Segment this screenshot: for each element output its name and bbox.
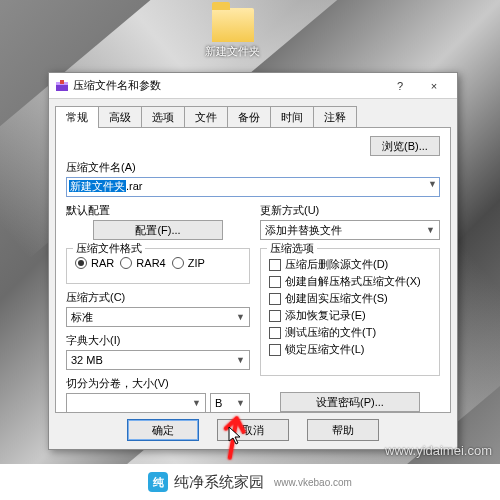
dict-combo[interactable]: 32 MB▼ [66, 350, 250, 370]
radio-rar4[interactable]: RAR4 [120, 257, 165, 269]
page-footer: 纯 纯净系统家园 www.vkebao.com [0, 464, 500, 500]
chevron-down-icon: ▼ [192, 398, 201, 408]
options-group: 压缩选项 压缩后删除源文件(D) 创建自解压格式压缩文件(X) 创建固实压缩文件… [260, 248, 440, 376]
help-button[interactable]: 帮助 [307, 419, 379, 441]
tab-backup[interactable]: 备份 [227, 106, 271, 128]
checkbox-icon [269, 276, 281, 288]
footer-url: www.vkebao.com [274, 477, 352, 488]
chevron-down-icon[interactable]: ▼ [428, 179, 437, 189]
chevron-down-icon: ▼ [426, 225, 435, 235]
radio-zip[interactable]: ZIP [172, 257, 205, 269]
radio-icon [172, 257, 184, 269]
options-group-title: 压缩选项 [267, 241, 317, 256]
cancel-button[interactable]: 取消 [217, 419, 289, 441]
footer-brand: 纯净系统家园 [174, 473, 264, 492]
tab-strip: 常规 高级 选项 文件 备份 时间 注释 [49, 99, 457, 127]
desktop-folder[interactable]: 新建文件夹 [205, 8, 260, 59]
password-button[interactable]: 设置密码(P)... [280, 392, 420, 412]
tab-files[interactable]: 文件 [184, 106, 228, 128]
tab-advanced[interactable]: 高级 [98, 106, 142, 128]
default-config-label: 默认配置 [66, 203, 250, 218]
checkbox-icon [269, 327, 281, 339]
watermark: www.yidaimei.com [385, 443, 492, 458]
dialog-title: 压缩文件名和参数 [73, 78, 383, 93]
checkbox-icon [269, 344, 281, 356]
filename-label: 压缩文件名(A) [66, 160, 440, 175]
filename-selected-text: 新建文件夹 [69, 180, 126, 192]
dict-label: 字典大小(I) [66, 333, 250, 348]
check-test[interactable]: 测试压缩的文件(T) [269, 325, 431, 340]
check-sfx[interactable]: 创建自解压格式压缩文件(X) [269, 274, 431, 289]
update-combo[interactable]: 添加并替换文件▼ [260, 220, 440, 240]
method-combo[interactable]: 标准▼ [66, 307, 250, 327]
checkbox-icon [269, 259, 281, 271]
tab-time[interactable]: 时间 [270, 106, 314, 128]
tab-comment[interactable]: 注释 [313, 106, 357, 128]
method-label: 压缩方式(C) [66, 290, 250, 305]
browse-button[interactable]: 浏览(B)... [370, 136, 440, 156]
tab-general[interactable]: 常规 [55, 106, 99, 128]
checkbox-icon [269, 310, 281, 322]
split-unit-combo[interactable]: B▼ [210, 393, 250, 413]
close-button[interactable]: × [417, 76, 451, 96]
checkbox-icon [269, 293, 281, 305]
chevron-down-icon: ▼ [236, 355, 245, 365]
folder-icon [212, 8, 254, 42]
radio-icon [120, 257, 132, 269]
format-group-title: 压缩文件格式 [73, 241, 145, 256]
archive-dialog: 压缩文件名和参数 ? × 常规 高级 选项 文件 备份 时间 注释 浏览(B).… [48, 72, 458, 450]
check-solid[interactable]: 创建固实压缩文件(S) [269, 291, 431, 306]
split-size-combo[interactable]: ▼ [66, 393, 206, 413]
filename-ext: .rar [126, 180, 143, 192]
svg-rect-2 [60, 80, 64, 84]
split-label: 切分为分卷，大小(V) [66, 376, 250, 391]
dialog-buttons: 确定 取消 帮助 [49, 419, 457, 441]
chevron-down-icon: ▼ [236, 312, 245, 322]
winrar-icon [55, 79, 69, 93]
radio-rar[interactable]: RAR [75, 257, 114, 269]
footer-logo-icon: 纯 [148, 472, 168, 492]
format-group: 压缩文件格式 RAR RAR4 ZIP [66, 248, 250, 284]
filename-input[interactable]: 新建文件夹.rar ▼ [66, 177, 440, 197]
config-button[interactable]: 配置(F)... [93, 220, 223, 240]
ok-button[interactable]: 确定 [127, 419, 199, 441]
folder-label: 新建文件夹 [205, 44, 260, 59]
update-label: 更新方式(U) [260, 203, 440, 218]
check-lock[interactable]: 锁定压缩文件(L) [269, 342, 431, 357]
chevron-down-icon: ▼ [236, 398, 245, 408]
check-delete-source[interactable]: 压缩后删除源文件(D) [269, 257, 431, 272]
help-button[interactable]: ? [383, 76, 417, 96]
tab-panel-general: 浏览(B)... 压缩文件名(A) 新建文件夹.rar ▼ 默认配置 配置(F)… [55, 127, 451, 413]
check-recovery[interactable]: 添加恢复记录(E) [269, 308, 431, 323]
tab-options[interactable]: 选项 [141, 106, 185, 128]
titlebar[interactable]: 压缩文件名和参数 ? × [49, 73, 457, 99]
radio-icon [75, 257, 87, 269]
